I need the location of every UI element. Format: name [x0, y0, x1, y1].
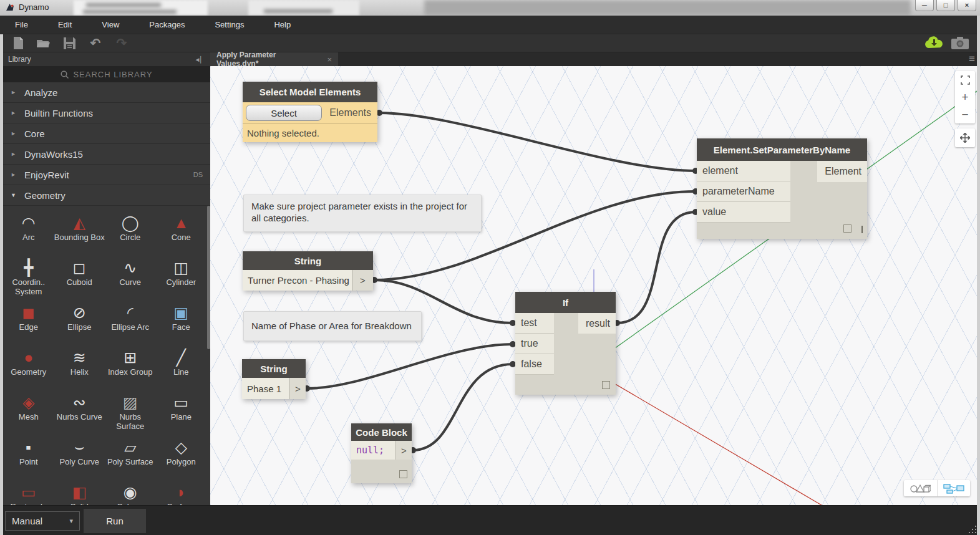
- geometry-view-button[interactable]: [904, 480, 937, 496]
- input-port-element[interactable]: element: [697, 161, 790, 181]
- open-file-icon[interactable]: [36, 36, 51, 50]
- library-item-circle[interactable]: ◯Circle: [105, 211, 156, 256]
- resize-handle[interactable]: [861, 226, 863, 233]
- select-button[interactable]: Select: [246, 105, 322, 121]
- input-port-true[interactable]: true: [515, 334, 554, 354]
- library-category-builtin-functions[interactable]: ► Builtin Functions: [3, 103, 210, 123]
- library-category-core[interactable]: ► Core: [3, 123, 210, 144]
- menu-file[interactable]: File: [0, 16, 43, 34]
- output-port-result[interactable]: result: [578, 313, 616, 334]
- library-category-dynaworks15[interactable]: ► DynaWorks15: [3, 144, 210, 165]
- menu-settings[interactable]: Settings: [200, 16, 259, 34]
- library-item-face[interactable]: ▣Face: [156, 301, 207, 345]
- library-item-helix[interactable]: ≋Helix: [54, 345, 105, 390]
- library-item-edge[interactable]: ◼Edge: [3, 301, 54, 345]
- input-port-parametername[interactable]: parameterName: [697, 181, 790, 202]
- save-icon[interactable]: [62, 36, 77, 50]
- pan-button[interactable]: [955, 128, 975, 147]
- input-port-test[interactable]: test: [515, 313, 554, 334]
- library-category-analyze[interactable]: ► Analyze: [3, 82, 210, 103]
- library-item-mesh[interactable]: ◈Mesh: [3, 390, 54, 435]
- node-element-setparameterbyname[interactable]: Element.SetParameterByName element param…: [697, 138, 867, 239]
- menu-packages[interactable]: Packages: [134, 16, 200, 34]
- library-search[interactable]: SEARCH LIBRARY: [3, 66, 210, 82]
- run-button[interactable]: Run: [84, 509, 146, 533]
- library-item-plane[interactable]: ▭Plane: [156, 390, 207, 435]
- output-port-elements[interactable]: Elements: [329, 107, 377, 118]
- graph-view-button[interactable]: [937, 480, 971, 496]
- string-input[interactable]: Turner Precon - Phasing: [243, 270, 352, 291]
- wire-elements-to-element[interactable]: [379, 113, 696, 171]
- library-item-geometry[interactable]: ●Geometry: [3, 345, 54, 390]
- node-string-parameter-name[interactable]: String Turner Precon - Phasing >: [243, 251, 373, 291]
- zoom-fit-button[interactable]: [955, 71, 975, 89]
- fit-view-icon: [961, 75, 970, 85]
- preview-toggle-square[interactable]: [843, 224, 851, 233]
- library-item-sphere[interactable]: ◉Sphere: [105, 480, 156, 505]
- library-category-geometry[interactable]: ▼ Geometry: [3, 185, 210, 206]
- zoom-out-button[interactable]: −: [955, 106, 975, 123]
- tab-apply-parameter-values[interactable]: Apply Parameter Values.dyn* ×: [210, 52, 338, 66]
- output-port[interactable]: >: [289, 378, 306, 399]
- library-item-ellipse-arc[interactable]: ◜Ellipse Arc: [105, 301, 156, 345]
- minimize-button[interactable]: ─: [915, 0, 934, 11]
- code-input[interactable]: null;: [351, 441, 395, 460]
- node-select-model-elements[interactable]: Select Model Elements Select Elements No…: [243, 82, 377, 142]
- menu-view[interactable]: View: [87, 16, 134, 34]
- poly-curve-icon: ⌣: [74, 436, 84, 458]
- library-item-index-group[interactable]: ⊞Index Group: [105, 345, 156, 390]
- node-code-block[interactable]: Code Block null; >: [351, 423, 412, 483]
- graph-canvas[interactable]: Select Model Elements Select Elements No…: [210, 66, 977, 505]
- output-port-element[interactable]: Element: [817, 161, 867, 182]
- library-item-poly-surface[interactable]: ▱Poly Surface: [105, 435, 156, 480]
- note-phase-name[interactable]: Name of Phase or Area for Breakdown: [243, 311, 422, 341]
- preview-toggle-square[interactable]: [399, 470, 407, 478]
- library-item-curve[interactable]: ∿Curve: [105, 256, 156, 301]
- library-item-nurbs-surface[interactable]: ▨Nurbs Surface: [105, 390, 156, 435]
- preview-toggle-square[interactable]: [602, 381, 610, 389]
- library-item-ellipse[interactable]: ⊘Ellipse: [54, 301, 105, 345]
- collapse-panel-icon[interactable]: ◄▏: [194, 56, 205, 63]
- library-item-cylinder[interactable]: ◫Cylinder: [156, 256, 207, 301]
- note-project-parameter[interactable]: Make sure project parameter exists in th…: [243, 195, 482, 232]
- close-button[interactable]: ×: [958, 0, 976, 11]
- library-category-enjoyrevit[interactable]: ► EnjoyRevit DS: [3, 165, 210, 185]
- library-item-arc[interactable]: ◠Arc: [3, 211, 54, 256]
- library-item-poly-curve[interactable]: ⌣Poly Curve: [54, 435, 105, 480]
- maximize-button[interactable]: □: [936, 0, 955, 11]
- library-item-nurbs-curve[interactable]: ∾Nurbs Curve: [54, 390, 105, 435]
- view-toggle-panel: [904, 480, 970, 496]
- library-item-bounding-box[interactable]: ◭Bounding Box: [54, 211, 105, 256]
- cloud-download-icon[interactable]: [923, 36, 944, 49]
- menu-help[interactable]: Help: [259, 16, 306, 34]
- node-string-phase[interactable]: String Phase 1 >: [242, 359, 306, 399]
- workspace-menu-icon[interactable]: ≡: [969, 53, 975, 65]
- library-item-solid[interactable]: ◧Solid: [54, 480, 105, 505]
- menu-edit[interactable]: Edit: [43, 16, 87, 34]
- library-item-surface[interactable]: ◗Surface: [156, 480, 207, 505]
- library-item-line[interactable]: ╱Line: [156, 345, 207, 390]
- input-port-false[interactable]: false: [515, 354, 554, 375]
- wire-phase-to-true[interactable]: [307, 344, 513, 388]
- string-input[interactable]: Phase 1: [242, 378, 289, 399]
- resize-grip[interactable]: [966, 523, 976, 533]
- wire-null-to-false[interactable]: [413, 364, 513, 450]
- zoom-in-button[interactable]: +: [955, 89, 975, 106]
- tab-close-icon[interactable]: ×: [327, 55, 332, 64]
- node-if[interactable]: If test true false result: [515, 292, 616, 395]
- new-file-icon[interactable]: [11, 36, 26, 50]
- undo-icon[interactable]: ↶: [88, 36, 103, 50]
- library-item-cone[interactable]: ▲Cone: [156, 211, 207, 256]
- wire-result-to-value[interactable]: [617, 212, 696, 323]
- library-item-rectangle[interactable]: ▭Rectangle: [3, 480, 54, 505]
- output-port[interactable]: >: [395, 441, 412, 460]
- library-item-cuboid[interactable]: ◻Cuboid: [54, 256, 105, 301]
- output-port[interactable]: >: [352, 270, 373, 291]
- camera-icon[interactable]: [951, 36, 969, 50]
- redo-icon: ↷: [114, 36, 129, 50]
- run-mode-dropdown[interactable]: Manual ▾: [5, 511, 80, 531]
- library-item-point[interactable]: ▪Point: [3, 435, 54, 480]
- input-port-value[interactable]: value: [697, 202, 790, 223]
- library-item-polygon[interactable]: ◇Polygon: [156, 435, 207, 480]
- library-item-coordinate-system[interactable]: ╋Coordin.. System: [3, 256, 54, 301]
